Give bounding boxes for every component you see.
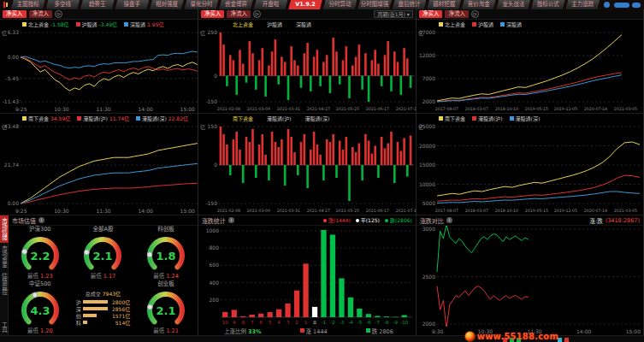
x-axis-labels: 2017-08-072018-03-072018-10-102019-05-15… xyxy=(417,206,643,215)
up-count: 涨 1444 xyxy=(300,327,328,335)
x-tick: 2021-04-27 xyxy=(306,106,329,110)
svg-text:2000: 2000 xyxy=(422,321,435,327)
x-tick: 15:00 xyxy=(180,106,195,112)
legend-item[interactable]: 北上资金 xyxy=(233,21,253,28)
tab-龙头战法[interactable]: 龙头战法 xyxy=(496,0,530,9)
info-icon[interactable]: i xyxy=(228,217,234,223)
account-button[interactable] xyxy=(614,3,629,8)
gauge-科创板[interactable]: 科创板1.8最低1.24 xyxy=(134,226,198,280)
tab-多空线[interactable]: 多空线 xyxy=(46,0,80,9)
gauge-label: 沪深300 xyxy=(29,226,50,233)
x-tick: 2021-03-09 xyxy=(247,106,270,110)
svg-text:2.1: 2.1 xyxy=(93,250,113,262)
svg-text:10: 10 xyxy=(222,320,228,325)
svg-text:-7: -7 xyxy=(375,320,380,325)
info-icon[interactable]: i xyxy=(446,217,452,223)
tab-分时图增强[interactable]: 分时图增强 xyxy=(357,0,392,9)
turnover-label: 科 xyxy=(76,319,83,327)
gauge-sub: 最低1.17 xyxy=(91,273,115,280)
legend-item[interactable]: 南下资金 xyxy=(233,115,253,122)
svg-text:亿: 亿 xyxy=(200,30,205,37)
svg-text:亿: 亿 xyxy=(200,124,205,131)
right-toolbar: 净买入 净流入 ⟳ xyxy=(417,9,643,20)
tab-分时异动[interactable]: 分时异动 xyxy=(323,0,357,9)
gauge-label: 科创板 xyxy=(157,226,174,233)
legend-item[interactable]: 港股通(沪) xyxy=(267,115,292,122)
x-tick: 2021-05-25 xyxy=(336,106,359,110)
down-count: 跌 2806 xyxy=(366,327,393,335)
gauge-中证500[interactable]: 中证5004.3最低1.20 xyxy=(9,280,72,335)
gauge-label: 中证500 xyxy=(29,280,50,288)
sidebar-item-市场情绪[interactable]: 市场情绪 xyxy=(0,215,9,243)
settings-button[interactable] xyxy=(632,3,641,8)
tab-盘后统计[interactable]: 盘后统计 xyxy=(393,0,427,9)
svg-text:2: 2 xyxy=(295,320,298,325)
tab-主图指标[interactable]: 主图指标 xyxy=(11,0,45,9)
sidebar-item-市场资金[interactable]: 市场资金 xyxy=(0,243,9,270)
chart-area: 6.330.00-5.45-11.43亿 xyxy=(0,29,198,104)
chart-area: 300025002000 xyxy=(417,226,643,327)
tab-资金博弈[interactable]: 资金博弈 xyxy=(219,0,253,9)
svg-text:2000: 2000 xyxy=(422,98,435,104)
tab-竞价淘金[interactable]: 竞价淘金 xyxy=(462,0,496,9)
x-tick: 2021-06-17 xyxy=(366,208,389,212)
sidebar-item-工具[interactable]: 工具 xyxy=(0,319,9,335)
x-axis-labels: 2021-02-082021-03-092021-03-312021-04-27… xyxy=(198,206,416,215)
legend-item[interactable]: 深股通 xyxy=(296,21,311,28)
net-buy-button[interactable]: 净买入 xyxy=(419,10,443,18)
legend-item[interactable]: 沪股通 xyxy=(267,21,282,28)
tab-题材挖掘[interactable]: 题材挖掘 xyxy=(427,0,461,9)
watermark-text: www.55188.com xyxy=(477,332,558,341)
x-axis-labels: 9:2510:3011:3014:0015:00 xyxy=(0,104,198,113)
updown-stats-title: 涨跌统计 xyxy=(202,216,226,225)
gauge-label: 创业板 xyxy=(157,280,174,288)
chart-svg: 1500-150亿 xyxy=(198,123,416,206)
tab-主力追踪[interactable]: 主力追踪 xyxy=(566,0,600,9)
refresh-icon[interactable]: ⟳ xyxy=(471,10,479,18)
refresh-icon[interactable]: ⟳ xyxy=(55,10,62,18)
svg-text:-150: -150 xyxy=(205,200,217,206)
legend-item: 平(125) xyxy=(356,216,380,224)
gauge-arc: 2.1 xyxy=(76,233,129,273)
tab-V1.9.2[interactable]: V1.9.2 xyxy=(288,0,322,9)
net-inflow-button[interactable]: 净流入 xyxy=(29,10,53,18)
x-tick: 11:30 xyxy=(96,106,110,112)
status-indicator xyxy=(564,338,569,342)
gauge-创业板[interactable]: 创业板2.1最低1.21 xyxy=(134,280,198,335)
gauge-沪深300[interactable]: 沪深3002.2最低1.23 xyxy=(9,226,72,280)
tab-操盘手[interactable]: 操盘手 xyxy=(115,0,150,9)
x-tick: 14:00 xyxy=(138,106,152,112)
sidebar-item-估值监控[interactable]: 估值监控 xyxy=(0,270,9,298)
turnover-bar xyxy=(83,300,108,304)
x-tick: 2021-03-05 xyxy=(614,106,637,110)
help-icon[interactable] xyxy=(604,2,610,8)
gauge-arc: 2.2 xyxy=(14,233,67,273)
tab-趋势王[interactable]: 趋势王 xyxy=(80,0,115,9)
histogram-footer: 上涨比例33% 涨 1444 跌 2806 xyxy=(198,326,416,335)
legend-item: 南下资金 xyxy=(439,115,465,122)
gauge-label: 全部A股 xyxy=(92,226,113,233)
net-buy-button[interactable]: 净买入 xyxy=(201,10,225,18)
svg-text:5: 5 xyxy=(269,320,272,325)
tab-相对强度[interactable]: 相对强度 xyxy=(150,0,184,9)
period-dropdown[interactable]: 周期(近1月) ▾ xyxy=(374,10,412,18)
histogram-area: 1000800600400200109876543210-1-2-3-4-5-6… xyxy=(198,226,416,326)
chart-legend: 南下资金港股通(沪)港股通(深) xyxy=(417,114,643,123)
tab-量化分时[interactable]: 量化分时 xyxy=(185,0,219,9)
net-inflow-button[interactable]: 净流入 xyxy=(227,10,251,18)
x-tick: 2017-08-07 xyxy=(435,208,458,212)
svg-text:4.3: 4.3 xyxy=(30,304,50,317)
svg-text:-3: -3 xyxy=(340,320,345,325)
tab-指标公式[interactable]: 指标公式 xyxy=(531,0,565,9)
refresh-icon[interactable]: ⟳ xyxy=(253,10,261,18)
legend-item[interactable]: 港股通(深) xyxy=(305,115,330,122)
tab-开盘啦[interactable]: 开盘啦 xyxy=(254,0,288,9)
info-icon[interactable]: i xyxy=(38,217,44,223)
svg-text:0.00: 0.00 xyxy=(8,200,20,206)
svg-text:400: 400 xyxy=(209,280,219,286)
north-intraday-chart: 北上资金-1.58亿沪股通-3.49亿深股通1.95亿 6.330.00-5.4… xyxy=(0,20,198,114)
x-tick: 14:00 xyxy=(576,328,591,334)
net-buy-button[interactable]: 净买入 xyxy=(3,10,27,18)
gauge-全部A股[interactable]: 全部A股2.1最低1.17 xyxy=(72,226,135,280)
net-inflow-button[interactable]: 净流入 xyxy=(445,10,469,18)
